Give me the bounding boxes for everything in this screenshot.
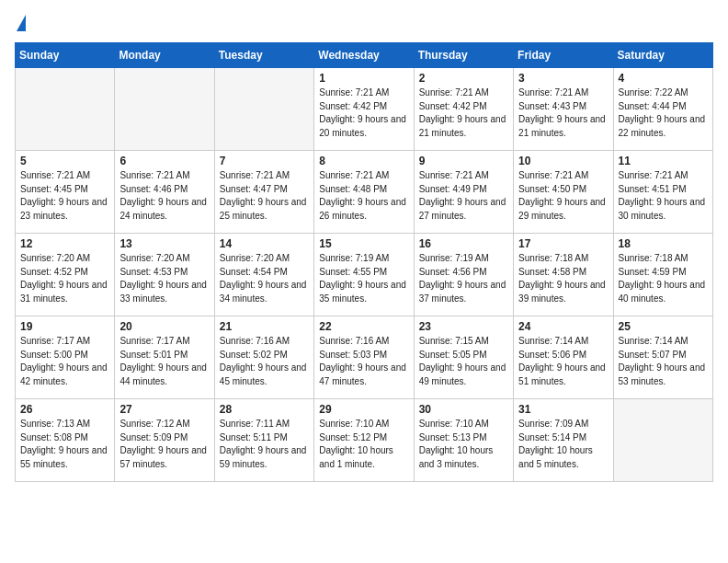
- day-info: Sunrise: 7:21 AMSunset: 4:47 PMDaylight:…: [220, 169, 309, 223]
- weekday-header-monday: Monday: [115, 43, 214, 68]
- day-number: 19: [20, 320, 109, 333]
- weekday-header-saturday: Saturday: [613, 43, 712, 68]
- weekday-header-sunday: Sunday: [16, 43, 115, 68]
- day-info: Sunrise: 7:20 AMSunset: 4:54 PMDaylight:…: [220, 252, 309, 305]
- day-cell: [115, 68, 214, 151]
- day-cell: 29Sunrise: 7:10 AMSunset: 5:12 PMDayligh…: [314, 399, 414, 482]
- day-number: 12: [20, 237, 109, 250]
- day-number: 3: [518, 72, 608, 85]
- day-info: Sunrise: 7:14 AMSunset: 5:07 PMDaylight:…: [619, 335, 708, 388]
- day-info: Sunrise: 7:12 AMSunset: 5:09 PMDaylight:…: [119, 418, 209, 471]
- week-row-4: 19Sunrise: 7:17 AMSunset: 5:00 PMDayligh…: [16, 316, 713, 399]
- day-info: Sunrise: 7:20 AMSunset: 4:53 PMDaylight:…: [119, 252, 209, 305]
- day-number: 15: [319, 237, 408, 250]
- day-info: Sunrise: 7:19 AMSunset: 4:56 PMDaylight:…: [419, 252, 508, 305]
- logo: [15, 15, 26, 31]
- day-cell: 16Sunrise: 7:19 AMSunset: 4:56 PMDayligh…: [414, 234, 513, 316]
- page-header: [15, 15, 713, 31]
- day-cell: 21Sunrise: 7:16 AMSunset: 5:02 PMDayligh…: [214, 316, 313, 399]
- day-number: 6: [119, 155, 209, 167]
- day-cell: 4Sunrise: 7:22 AMSunset: 4:44 PMDaylight…: [613, 68, 712, 151]
- day-number: 17: [518, 237, 608, 250]
- day-number: 14: [220, 237, 309, 250]
- day-cell: 27Sunrise: 7:12 AMSunset: 5:09 PMDayligh…: [115, 399, 214, 482]
- day-number: 28: [220, 403, 309, 416]
- week-row-2: 5Sunrise: 7:21 AMSunset: 4:45 PMDaylight…: [16, 151, 713, 234]
- day-cell: 17Sunrise: 7:18 AMSunset: 4:58 PMDayligh…: [514, 234, 613, 316]
- day-number: 10: [518, 155, 608, 167]
- day-cell: 14Sunrise: 7:20 AMSunset: 4:54 PMDayligh…: [214, 234, 313, 316]
- day-number: 4: [619, 72, 708, 85]
- day-cell: 30Sunrise: 7:10 AMSunset: 5:13 PMDayligh…: [414, 399, 513, 482]
- day-cell: 26Sunrise: 7:13 AMSunset: 5:08 PMDayligh…: [16, 399, 115, 482]
- day-info: Sunrise: 7:14 AMSunset: 5:06 PMDaylight:…: [518, 335, 608, 388]
- day-number: 20: [119, 320, 209, 333]
- day-number: 29: [319, 403, 408, 416]
- day-cell: 5Sunrise: 7:21 AMSunset: 4:45 PMDaylight…: [16, 151, 115, 234]
- day-cell: 7Sunrise: 7:21 AMSunset: 4:47 PMDaylight…: [214, 151, 313, 234]
- day-info: Sunrise: 7:19 AMSunset: 4:55 PMDaylight:…: [319, 252, 408, 305]
- day-info: Sunrise: 7:16 AMSunset: 5:02 PMDaylight:…: [220, 335, 309, 388]
- week-row-1: 1Sunrise: 7:21 AMSunset: 4:42 PMDaylight…: [16, 68, 713, 151]
- day-info: Sunrise: 7:10 AMSunset: 5:12 PMDaylight:…: [319, 418, 408, 471]
- day-number: 22: [319, 320, 408, 333]
- weekday-header-thursday: Thursday: [414, 43, 513, 68]
- day-info: Sunrise: 7:09 AMSunset: 5:14 PMDaylight:…: [518, 418, 608, 471]
- day-cell: 25Sunrise: 7:14 AMSunset: 5:07 PMDayligh…: [613, 316, 712, 399]
- calendar-body: 1Sunrise: 7:21 AMSunset: 4:42 PMDaylight…: [16, 68, 713, 482]
- logo-triangle-icon: [17, 15, 26, 31]
- weekday-header-row: SundayMondayTuesdayWednesdayThursdayFrid…: [16, 43, 713, 68]
- day-cell: 3Sunrise: 7:21 AMSunset: 4:43 PMDaylight…: [514, 68, 613, 151]
- day-cell: 6Sunrise: 7:21 AMSunset: 4:46 PMDaylight…: [115, 151, 214, 234]
- day-info: Sunrise: 7:21 AMSunset: 4:51 PMDaylight:…: [619, 169, 708, 223]
- day-cell: [16, 68, 115, 151]
- day-info: Sunrise: 7:13 AMSunset: 5:08 PMDaylight:…: [20, 418, 109, 471]
- day-info: Sunrise: 7:20 AMSunset: 4:52 PMDaylight:…: [20, 252, 109, 305]
- week-row-3: 12Sunrise: 7:20 AMSunset: 4:52 PMDayligh…: [16, 234, 713, 316]
- day-cell: 20Sunrise: 7:17 AMSunset: 5:01 PMDayligh…: [115, 316, 214, 399]
- day-cell: 15Sunrise: 7:19 AMSunset: 4:55 PMDayligh…: [314, 234, 414, 316]
- day-info: Sunrise: 7:21 AMSunset: 4:46 PMDaylight:…: [119, 169, 209, 223]
- day-info: Sunrise: 7:21 AMSunset: 4:45 PMDaylight:…: [20, 169, 109, 223]
- day-info: Sunrise: 7:11 AMSunset: 5:11 PMDaylight:…: [220, 418, 309, 471]
- day-number: 24: [518, 320, 608, 333]
- day-info: Sunrise: 7:21 AMSunset: 4:42 PMDaylight:…: [319, 86, 408, 140]
- day-number: 18: [619, 237, 708, 250]
- day-cell: 1Sunrise: 7:21 AMSunset: 4:42 PMDaylight…: [314, 68, 414, 151]
- day-info: Sunrise: 7:17 AMSunset: 5:01 PMDaylight:…: [119, 335, 209, 388]
- day-info: Sunrise: 7:22 AMSunset: 4:44 PMDaylight:…: [619, 86, 708, 140]
- weekday-header-friday: Friday: [514, 43, 613, 68]
- day-number: 1: [319, 72, 408, 85]
- day-cell: 31Sunrise: 7:09 AMSunset: 5:14 PMDayligh…: [514, 399, 613, 482]
- day-number: 16: [419, 237, 508, 250]
- day-number: 2: [419, 72, 508, 85]
- day-cell: 19Sunrise: 7:17 AMSunset: 5:00 PMDayligh…: [16, 316, 115, 399]
- day-cell: 13Sunrise: 7:20 AMSunset: 4:53 PMDayligh…: [115, 234, 214, 316]
- day-info: Sunrise: 7:21 AMSunset: 4:49 PMDaylight:…: [419, 169, 508, 223]
- day-number: 8: [319, 155, 408, 167]
- day-number: 21: [220, 320, 309, 333]
- day-cell: 12Sunrise: 7:20 AMSunset: 4:52 PMDayligh…: [16, 234, 115, 316]
- day-cell: 23Sunrise: 7:15 AMSunset: 5:05 PMDayligh…: [414, 316, 513, 399]
- day-info: Sunrise: 7:21 AMSunset: 4:42 PMDaylight:…: [419, 86, 508, 140]
- day-info: Sunrise: 7:10 AMSunset: 5:13 PMDaylight:…: [419, 418, 508, 471]
- day-number: 9: [419, 155, 508, 167]
- day-info: Sunrise: 7:16 AMSunset: 5:03 PMDaylight:…: [319, 335, 408, 388]
- weekday-header-tuesday: Tuesday: [214, 43, 313, 68]
- day-info: Sunrise: 7:18 AMSunset: 4:58 PMDaylight:…: [518, 252, 608, 305]
- day-number: 7: [220, 155, 309, 167]
- day-number: 11: [619, 155, 708, 167]
- day-cell: [613, 399, 712, 482]
- day-info: Sunrise: 7:15 AMSunset: 5:05 PMDaylight:…: [419, 335, 508, 388]
- day-info: Sunrise: 7:21 AMSunset: 4:48 PMDaylight:…: [319, 169, 408, 223]
- day-cell: 10Sunrise: 7:21 AMSunset: 4:50 PMDayligh…: [514, 151, 613, 234]
- day-info: Sunrise: 7:21 AMSunset: 4:50 PMDaylight:…: [518, 169, 608, 223]
- day-info: Sunrise: 7:17 AMSunset: 5:00 PMDaylight:…: [20, 335, 109, 388]
- day-number: 23: [419, 320, 508, 333]
- day-cell: 22Sunrise: 7:16 AMSunset: 5:03 PMDayligh…: [314, 316, 414, 399]
- day-cell: 11Sunrise: 7:21 AMSunset: 4:51 PMDayligh…: [613, 151, 712, 234]
- day-cell: 28Sunrise: 7:11 AMSunset: 5:11 PMDayligh…: [214, 399, 313, 482]
- day-cell: 8Sunrise: 7:21 AMSunset: 4:48 PMDaylight…: [314, 151, 414, 234]
- day-number: 26: [20, 403, 109, 416]
- day-number: 25: [619, 320, 708, 333]
